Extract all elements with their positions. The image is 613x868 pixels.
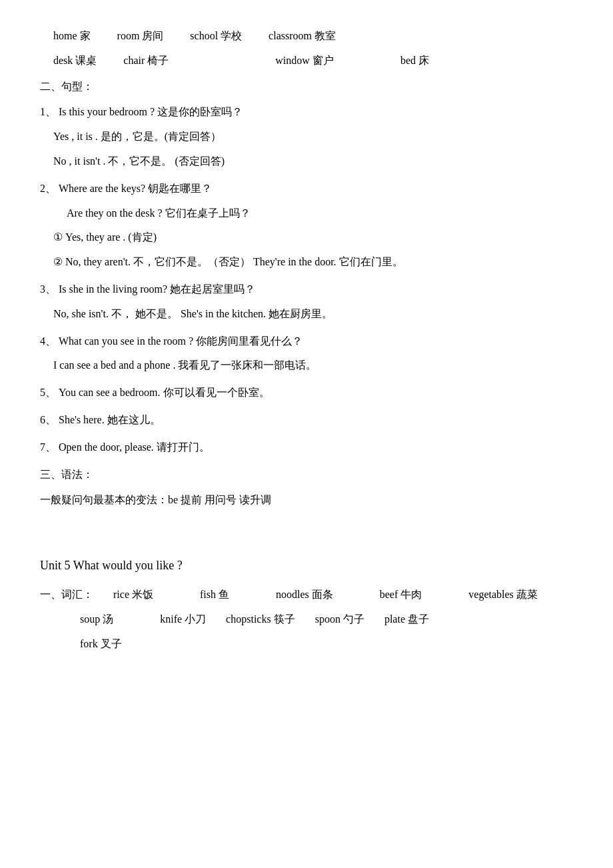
vocab-en: bed (400, 51, 416, 71)
vocab5-line2: soup 汤 knife 小刀 chopsticks 筷子 spoon 勺子 p… (40, 610, 573, 629)
answer-en2: They're in the door. (253, 256, 336, 267)
vocab-en: room (117, 27, 140, 46)
sentence-4: 4、 What can you see in the room ? 你能房间里看… (40, 332, 573, 376)
vocab-en: chair (123, 51, 145, 71)
vocab-zh: 椅子 (147, 51, 169, 71)
vocab-zh: 蔬菜 (516, 585, 538, 605)
answer-en2: She's in the kitchen. (181, 308, 266, 319)
vocab-zh: 窗户 (312, 51, 334, 71)
sentence-1-ans2: No , it isn't . 不，它不是。 (否定回答) (40, 152, 573, 171)
vocab-line-2: desk 课桌 chair 椅子 window 窗户 bed 床 (40, 51, 573, 71)
sentence-7: 7、 Open the door, please. 请打开门。 (40, 438, 573, 457)
sentence-num: 2、 (40, 183, 56, 194)
sentence-num: 3、 (40, 283, 56, 295)
vocab-en: knife (160, 610, 182, 629)
vocab-line-1: home 家 room 房间 school 学校 classroom 教室 (40, 27, 573, 46)
unit5-title: Unit 5 What would you like ? (40, 555, 573, 576)
sentence-zh: 请打开门。 (157, 441, 210, 453)
vocab-zh: 床 (418, 51, 429, 71)
vocab-zh: 叉子 (101, 635, 122, 654)
vocab-chair: chair 椅子 (123, 51, 169, 71)
vocab-zh: 牛肉 (400, 585, 422, 605)
vocab-zh: 盘子 (408, 610, 429, 629)
answer-zh: 我看见了一张床和一部电话。 (178, 359, 316, 371)
sentence-5: 5、 You can see a bedroom. 你可以看见一个卧室。 (40, 383, 573, 403)
sentence-zh: 钥匙在哪里？ (148, 183, 212, 194)
vocab-beef: beef 牛肉 (380, 585, 422, 605)
vocab-en: fish (200, 585, 216, 605)
vocab-desk: desk 课桌 (53, 51, 97, 71)
vocab-en: window (275, 51, 310, 71)
sentence-6: 6、 She's here. 她在这儿。 (40, 411, 573, 430)
sentence-5-q: 5、 You can see a bedroom. 你可以看见一个卧室。 (40, 383, 573, 403)
vocab-rice: rice 米饭 (113, 585, 153, 605)
vocab-en: fork (80, 635, 98, 654)
answer-en: Yes, they are . (65, 231, 128, 243)
answer-zh2: 她在厨房里。 (269, 308, 332, 319)
sentence-2-ans1: ① Yes, they are . (肯定) (40, 228, 573, 247)
section3-title: 三、语法： (40, 465, 573, 485)
vocab-zh: 小刀 (185, 610, 206, 629)
sentence-num: 6、 (40, 414, 56, 425)
vocab-zh: 教室 (314, 27, 336, 46)
answer-zh: 不，它不是。 (否定回答) (108, 155, 225, 167)
answer-zh: 不，它们不是。（否定） (133, 256, 251, 267)
vocab-bed: bed 床 (400, 51, 429, 71)
sentence-1-q: 1、 Is this your bedroom ? 这是你的卧室吗？ (40, 103, 573, 122)
vocab-zh: 学校 (221, 27, 242, 46)
vocab-spoon: spoon 勺子 (315, 610, 364, 629)
vocab-knife: knife 小刀 (160, 610, 206, 629)
vocab-zh: 勺子 (343, 610, 364, 629)
sentence-num: 4、 (40, 335, 56, 347)
vocab-en: noodles (276, 585, 309, 605)
sentence-3-q: 3、 Is she in the living room? 她在起居室里吗？ (40, 280, 573, 299)
vocab-vegetables: vegetables 蔬菜 (468, 585, 538, 605)
vocab-zh: 家 (80, 27, 91, 46)
vocab-fish: fish 鱼 (200, 585, 229, 605)
vocab-home: home 家 (53, 27, 91, 46)
sentence-zh: 她在这儿。 (107, 414, 161, 425)
sentence-text: Open the door, please. (59, 441, 154, 453)
vocab5-line1: 一、词汇： rice 米饭 fish 鱼 noodles 面条 beef 牛肉 … (40, 585, 573, 605)
sentence-text: You can see a bedroom. (59, 387, 161, 398)
circle-num: ① (53, 231, 63, 243)
sentence-text: She's here. (59, 414, 105, 425)
vocab-plate: plate 盘子 (384, 610, 429, 629)
answer-zh: 是的，它是。(肯定回答） (101, 131, 221, 142)
vocab-zh: 鱼 (219, 585, 229, 605)
vocab-en: spoon (315, 610, 340, 629)
sentence-1: 1、 Is this your bedroom ? 这是你的卧室吗？ Yes ,… (40, 103, 573, 171)
vocab-en: plate (384, 610, 405, 629)
answer-zh: 它们在桌子上吗？ (165, 207, 251, 219)
section2-title: 二、句型： (40, 77, 573, 97)
vocab-chopsticks: chopsticks 筷子 (226, 610, 295, 629)
vocab-en: classroom (269, 27, 312, 46)
grammar-text: 一般疑问句最基本的变法：be 提前 用问号 读升调 (40, 491, 573, 510)
sentence-zh: 你可以看见一个卧室。 (163, 387, 270, 398)
sentence-2: 2、 Where are the keys? 钥匙在哪里？ Are they o… (40, 179, 573, 272)
sentence-2-q: 2、 Where are the keys? 钥匙在哪里？ (40, 179, 573, 199)
vocab5-line3: fork 叉子 (40, 635, 573, 654)
vocab-zh: 筷子 (274, 610, 295, 629)
vocab-school: school 学校 (190, 27, 242, 46)
answer-zh: (肯定) (128, 231, 157, 243)
vocab-en: school (190, 27, 218, 46)
sentence-3-ans1: No, she isn't. 不， 她不是。 She's in the kitc… (40, 305, 573, 324)
vocab-en: beef (380, 585, 398, 605)
vocab-zh: 面条 (312, 585, 333, 605)
vocab-zh: 汤 (103, 610, 113, 629)
vocab-soup: soup 汤 (80, 610, 113, 629)
sentence-text: Is she in the living room? (59, 283, 167, 295)
sentence-1-ans1: Yes , it is . 是的，它是。(肯定回答） (40, 127, 573, 147)
sentence-4-q: 4、 What can you see in the room ? 你能房间里看… (40, 332, 573, 351)
vocab-classroom: classroom 教室 (269, 27, 336, 46)
sentence-7-q: 7、 Open the door, please. 请打开门。 (40, 438, 573, 457)
answer-en: Are they on the desk ? (67, 207, 163, 219)
vocab-en: chopsticks (226, 610, 271, 629)
sentence-2-sub: Are they on the desk ? 它们在桌子上吗？ (40, 204, 573, 223)
sentence-zh: 这是你的卧室吗？ (157, 106, 243, 117)
sentence-zh: 你能房间里看见什么？ (196, 335, 303, 347)
vocab-zh: 课桌 (75, 51, 97, 71)
sentence-text: Is this your bedroom ? (59, 106, 155, 117)
sentence-num: 1、 (40, 106, 56, 117)
